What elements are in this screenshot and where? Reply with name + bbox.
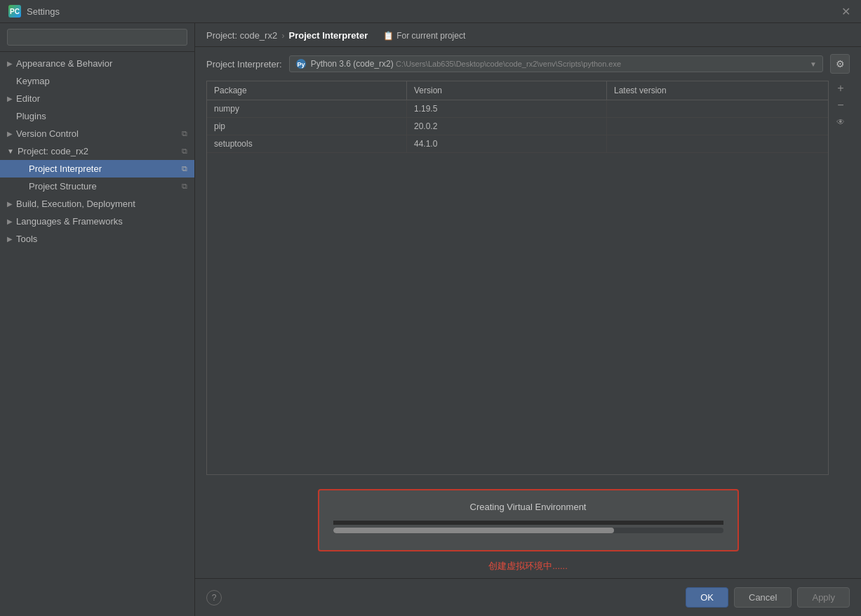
- sidebar-item-label: Keymap: [16, 76, 50, 86]
- svg-text:Py: Py: [297, 61, 305, 68]
- pkg-name: setuptools: [207, 135, 407, 152]
- col-latest: Latest version: [607, 81, 828, 100]
- progress-bar-bg: [333, 528, 723, 533]
- breadcrumb-current: Project Interpreter: [289, 30, 368, 41]
- sidebar-item-label: Editor: [16, 93, 40, 104]
- sidebar-item-project-interpreter[interactable]: Project Interpreter ⧉: [0, 160, 194, 178]
- eye-button[interactable]: 👁: [833, 114, 848, 130]
- content-area: Project: code_rx2 › Project Interpreter …: [195, 23, 861, 616]
- pkg-latest: [607, 100, 828, 117]
- cancel-button[interactable]: Cancel: [734, 587, 792, 608]
- add-package-button[interactable]: +: [833, 81, 848, 96]
- arrow-icon: ▼: [7, 147, 14, 155]
- pkg-name: numpy: [207, 100, 407, 117]
- sidebar: ▶ Appearance & Behavior Keymap ▶ Editor …: [0, 23, 195, 616]
- arrow-icon: ▶: [7, 217, 13, 225]
- title-bar: PC Settings ✕: [0, 0, 861, 23]
- bottom-bar: ? OK Cancel Apply: [195, 578, 861, 616]
- sidebar-item-plugins[interactable]: Plugins: [0, 107, 194, 125]
- app-icon: PC: [8, 5, 21, 18]
- table-row[interactable]: setuptools 44.1.0: [207, 135, 828, 153]
- dropdown-arrow-icon: ▼: [810, 60, 817, 68]
- sidebar-item-tools[interactable]: ▶ Tools: [0, 230, 194, 248]
- sidebar-item-label: Appearance & Behavior: [16, 58, 112, 69]
- sidebar-item-languages[interactable]: ▶ Languages & Frameworks: [0, 213, 194, 230]
- copy-icon: ⧉: [182, 129, 187, 138]
- table-header: Package Version Latest version: [207, 81, 828, 100]
- pkg-name: pip: [207, 118, 407, 135]
- window-title: Settings: [27, 6, 60, 17]
- sidebar-item-project-structure[interactable]: Project Structure ⧉: [0, 178, 194, 195]
- sidebar-item-label: Tools: [16, 234, 37, 244]
- sidebar-item-project[interactable]: ▼ Project: code_rx2 ⧉: [0, 142, 194, 160]
- packages-table: Package Version Latest version numpy 1.1…: [206, 81, 829, 475]
- sidebar-item-build[interactable]: ▶ Build, Execution, Deployment: [0, 195, 194, 213]
- sidebar-nav: ▶ Appearance & Behavior Keymap ▶ Editor …: [0, 52, 194, 616]
- sidebar-item-label: Build, Execution, Deployment: [16, 199, 135, 209]
- sidebar-item-label: Languages & Frameworks: [16, 216, 123, 227]
- apply-button[interactable]: Apply: [797, 587, 850, 608]
- sidebar-item-label: Project: code_rx2: [18, 146, 88, 156]
- main-container: ▶ Appearance & Behavior Keymap ▶ Editor …: [0, 23, 861, 616]
- link-icon: 📋: [383, 31, 394, 41]
- ok-button[interactable]: OK: [686, 587, 728, 608]
- remove-package-button[interactable]: −: [833, 98, 848, 113]
- bottom-right: OK Cancel Apply: [686, 587, 850, 608]
- progress-box: Creating Virtual Environment: [318, 489, 739, 551]
- progress-status-text: 创建虚拟环境中......: [318, 560, 739, 573]
- sidebar-item-editor[interactable]: ▶ Editor: [0, 90, 194, 107]
- progress-bar-fill: [333, 528, 614, 533]
- breadcrumb-link-text: For current project: [396, 31, 465, 41]
- progress-title: Creating Virtual Environment: [333, 502, 723, 512]
- breadcrumb-parent: Project: code_rx2: [206, 30, 277, 41]
- sidebar-item-keymap[interactable]: Keymap: [0, 72, 194, 90]
- sidebar-item-label: Project Structure: [29, 181, 97, 192]
- arrow-icon: ▶: [7, 200, 13, 208]
- table-row[interactable]: numpy 1.19.5: [207, 100, 828, 118]
- copy-icon: ⧉: [182, 182, 187, 191]
- pkg-version: 1.19.5: [407, 100, 607, 117]
- arrow-icon: ▶: [7, 60, 13, 67]
- progress-container: Creating Virtual Environment 创建虚拟环境中....…: [318, 489, 739, 573]
- table-row[interactable]: pip 20.0.2: [207, 118, 828, 135]
- sidebar-item-label: Project Interpreter: [29, 163, 102, 174]
- interpreter-row: Project Interpreter: Py Python 3.6 (code…: [195, 47, 861, 81]
- sidebar-item-appearance[interactable]: ▶ Appearance & Behavior: [0, 55, 194, 72]
- search-input[interactable]: [7, 29, 187, 46]
- table-actions: + − 👁: [832, 81, 850, 475]
- copy-icon: ⧉: [182, 147, 187, 156]
- arrow-icon: ▶: [7, 95, 13, 102]
- copy-icon: ⧉: [182, 164, 187, 173]
- arrow-icon: ▶: [7, 130, 13, 138]
- pkg-version: 44.1.0: [407, 135, 607, 152]
- interpreter-label: Project Interpreter:: [206, 59, 282, 69]
- breadcrumb-separator: ›: [281, 30, 284, 41]
- arrow-icon: ▶: [7, 235, 13, 243]
- pkg-latest: [607, 118, 828, 135]
- interpreter-value: Python 3.6 (code_rx2) C:\Users\Lab635\De…: [311, 59, 807, 69]
- pkg-version: 20.0.2: [407, 118, 607, 135]
- search-box: [0, 23, 194, 52]
- breadcrumb: Project: code_rx2 › Project Interpreter …: [195, 23, 861, 47]
- breadcrumb-link[interactable]: 📋 For current project: [383, 31, 465, 41]
- interpreter-gear-button[interactable]: ⚙: [830, 54, 850, 74]
- col-version: Version: [407, 81, 607, 100]
- pkg-latest: [607, 135, 828, 152]
- sidebar-item-version-control[interactable]: ▶ Version Control ⧉: [0, 125, 194, 142]
- help-button[interactable]: ?: [206, 590, 222, 605]
- sidebar-item-label: Plugins: [16, 111, 46, 121]
- bottom-left: ?: [206, 590, 222, 605]
- sidebar-item-label: Version Control: [16, 128, 79, 139]
- python-icon: Py: [295, 58, 307, 69]
- table-body: numpy 1.19.5 pip 20.0.2 setuptools 44.1.…: [207, 100, 828, 474]
- close-button[interactable]: ✕: [839, 4, 853, 18]
- col-package: Package: [207, 81, 407, 100]
- interpreter-select[interactable]: Py Python 3.6 (code_rx2) C:\Users\Lab635…: [289, 55, 823, 72]
